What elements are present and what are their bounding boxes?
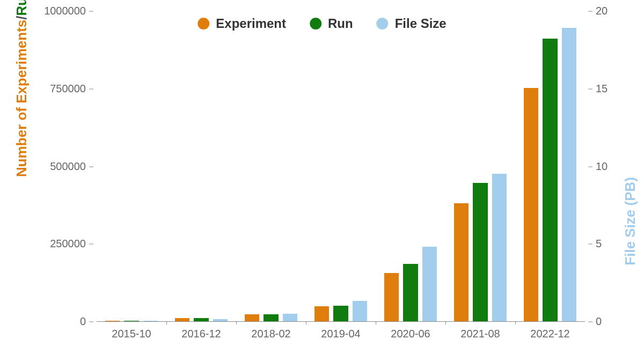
x-group: 2022-12 <box>515 11 585 321</box>
bar-triplet <box>236 11 306 321</box>
bar-run <box>264 314 279 321</box>
bar-experiment <box>314 306 330 321</box>
x-group: 2016-12 <box>166 11 236 321</box>
bar-filesize <box>422 247 437 321</box>
x-tick-label: 2021-08 <box>460 328 500 340</box>
bar-triplet <box>445 11 515 321</box>
y-left-tick: 0 <box>80 315 93 328</box>
bar-triplet <box>515 11 585 321</box>
bar-experiment <box>175 318 190 321</box>
ylabel-left-run: Runs <box>13 0 30 16</box>
y-left-tick: 250000 <box>50 238 93 250</box>
x-tick-label: 2018-02 <box>251 328 290 340</box>
x-group: 2018-02 <box>236 11 306 321</box>
bar-run <box>473 183 488 321</box>
x-tick-label: 2016-12 <box>181 328 221 340</box>
bar-run <box>543 39 558 321</box>
bar-experiment <box>384 273 399 321</box>
bar-triplet <box>306 11 376 321</box>
ylabel-left-prefix: Number of <box>13 104 30 177</box>
x-group: 2021-08 <box>445 11 515 321</box>
y-right-tick: 0 <box>588 315 602 328</box>
ylabel-left-exp: Experiments <box>13 20 30 104</box>
bar-experiment <box>245 314 260 321</box>
bar-experiment <box>524 88 539 321</box>
x-groups: 2015-102016-122018-022019-042020-062021-… <box>97 11 585 321</box>
bar-filesize <box>143 321 158 321</box>
y-axis-right-label: File Size (PB) <box>623 177 639 266</box>
bar-filesize <box>353 301 368 321</box>
bar-triplet <box>97 11 166 321</box>
dual-axis-bar-chart: Number of Experiments/Runs File Size (PB… <box>0 0 644 354</box>
y-left-tick: 500000 <box>50 160 93 172</box>
bar-run <box>194 318 209 321</box>
plot-area: 2015-102016-122018-022019-042020-062021-… <box>97 11 585 322</box>
bar-run <box>124 321 139 321</box>
bar-filesize <box>213 319 228 321</box>
bar-experiment <box>105 321 120 321</box>
y-right-tick: 10 <box>588 160 608 172</box>
x-tick-label: 2022-12 <box>530 328 569 340</box>
x-group: 2015-10 <box>97 11 166 321</box>
y-right-tick: 15 <box>588 82 608 94</box>
y-axis-left-label: Number of Experiments/Runs <box>13 0 30 177</box>
y-left-tick: 1000000 <box>44 5 93 17</box>
bar-run <box>333 306 348 321</box>
bar-run <box>403 264 418 321</box>
bar-triplet <box>166 11 236 321</box>
x-tick-label: 2015-10 <box>112 328 151 340</box>
bar-filesize <box>492 174 507 321</box>
bar-triplet <box>376 11 445 321</box>
x-tick-label: 2020-06 <box>391 328 430 340</box>
x-group: 2019-04 <box>306 11 376 321</box>
y-right-tick: 20 <box>588 5 608 17</box>
bar-filesize <box>283 314 298 321</box>
bar-filesize <box>562 28 577 321</box>
y-left-tick: 750000 <box>50 82 93 94</box>
ylabel-left-sep: / <box>13 16 30 19</box>
y-right-tick: 5 <box>588 238 602 250</box>
x-tick-label: 2019-04 <box>321 328 360 340</box>
bar-experiment <box>454 203 469 321</box>
x-group: 2020-06 <box>376 11 445 321</box>
